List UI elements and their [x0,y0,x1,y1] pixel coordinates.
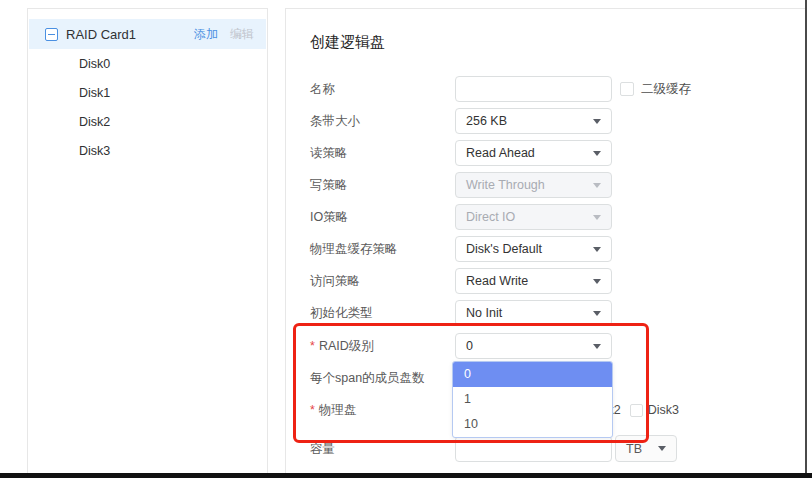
access-policy-label: 访问策略 [310,268,360,294]
sidebar-item-disk[interactable]: Disk3 [28,137,267,166]
required-asterisk: * [310,339,315,353]
raid-card-label: RAID Card1 [66,27,194,42]
device-tree-sidebar: RAID Card1 添加 编辑 Disk0 Disk1 Disk2 Disk3 [27,8,268,473]
read-policy-value: Read Ahead [466,146,535,160]
sidebar-item-disk[interactable]: Disk0 [28,50,267,79]
stripe-size-value: 256 KB [466,114,507,128]
chevron-down-icon [593,279,601,284]
access-policy-select[interactable]: Read Write [455,268,612,294]
edit-link[interactable]: 编辑 [230,26,254,43]
capacity-label: 容量 [310,436,335,462]
physical-disk-label-text: 物理盘 [319,403,357,417]
chevron-down-icon [658,446,666,451]
write-policy-label: 写策略 [310,172,348,198]
raid-level-value: 0 [466,339,473,353]
sidebar-item-disk[interactable]: Disk1 [28,79,267,108]
access-policy-value: Read Write [466,274,528,288]
span-members-label: 每个span的成员盘数 [310,365,425,391]
chevron-down-icon [593,215,601,220]
write-policy-select: Write Through [455,172,612,198]
stripe-size-select[interactable]: 256 KB [455,108,612,134]
read-policy-select[interactable]: Read Ahead [455,140,612,166]
l2cache-checkbox[interactable] [620,82,634,96]
sidebar-item-raid-card[interactable]: RAID Card1 添加 编辑 [29,19,266,49]
raid-level-label-text: RAID级别 [319,339,374,353]
name-input[interactable] [455,76,612,102]
l2cache-label: 二级缓存 [641,76,691,102]
io-policy-select: Direct IO [455,204,612,230]
capacity-unit-select[interactable]: TB [615,435,677,462]
init-type-value: No Init [466,306,502,320]
raid-config-screen: RAID Card1 添加 编辑 Disk0 Disk1 Disk2 Disk3… [0,0,812,479]
disk-tree-list: Disk0 Disk1 Disk2 Disk3 [28,50,267,166]
screenshot-bottom-border [0,473,812,478]
name-label: 名称 [310,76,335,102]
physical-disk-option[interactable]: Disk3 [630,403,679,417]
chevron-down-icon [593,183,601,188]
disk-checkbox[interactable] [630,404,643,417]
physical-disk-label: *物理盘 [310,397,356,423]
page-title: 创建逻辑盘 [310,33,385,52]
disk-cache-select[interactable]: Disk's Default [455,236,612,262]
disk-cache-label: 物理盘缓存策略 [310,236,398,262]
write-policy-value: Write Through [466,178,545,192]
disk-checkbox-label: Disk3 [648,403,679,417]
raid-level-dropdown-panel: 0 1 10 [452,361,613,438]
raid-level-option[interactable]: 10 [453,412,612,437]
required-asterisk: * [310,403,315,417]
raid-level-option[interactable]: 1 [453,387,612,412]
raid-level-label: *RAID级别 [310,333,374,359]
raid-level-option[interactable]: 0 [453,362,612,387]
chevron-down-icon [593,311,601,316]
sidebar-item-disk[interactable]: Disk2 [28,108,267,137]
init-type-select[interactable]: No Init [455,300,612,326]
disk-cache-value: Disk's Default [466,242,542,256]
init-type-label: 初始化类型 [310,300,373,326]
chevron-down-icon [593,151,601,156]
add-link[interactable]: 添加 [194,26,218,43]
raid-level-select[interactable]: 0 [455,333,612,359]
chevron-down-icon [593,247,601,252]
collapse-minus-icon[interactable] [45,28,58,41]
capacity-unit-value: TB [626,442,642,456]
io-policy-label: IO策略 [310,204,348,230]
capacity-input[interactable] [455,436,612,462]
stripe-size-label: 条带大小 [310,108,360,134]
io-policy-value: Direct IO [466,210,515,224]
screenshot-right-border [805,0,807,474]
chevron-down-icon [593,119,601,124]
read-policy-label: 读策略 [310,140,348,166]
chevron-down-icon [593,344,601,349]
